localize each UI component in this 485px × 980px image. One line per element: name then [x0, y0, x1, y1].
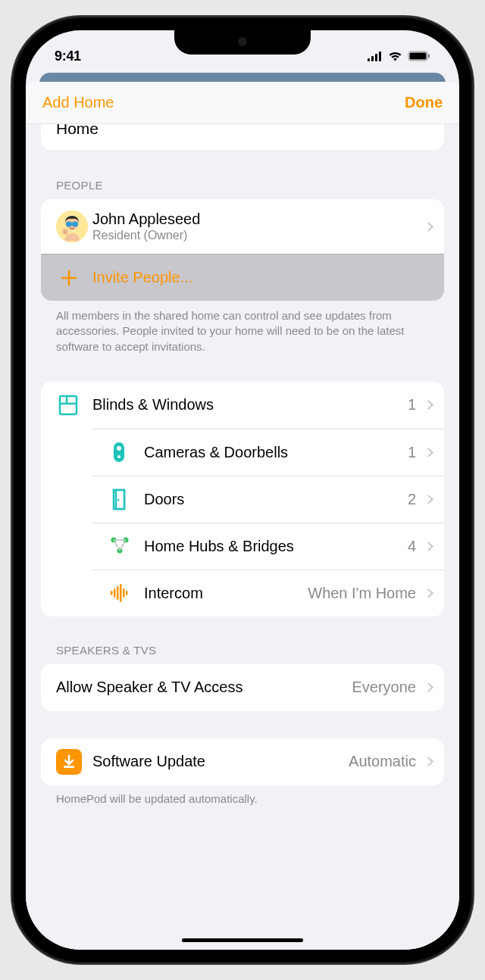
invite-people-row[interactable]: Invite People...: [41, 254, 444, 301]
intercom-row[interactable]: Intercom When I'm Home: [92, 570, 444, 616]
hub-icon: [108, 534, 144, 558]
speaker-access-row[interactable]: Allow Speaker & TV Access Everyone: [41, 664, 444, 711]
accessories-card: Blinds & Windows 1 Cameras & Doorbells 1: [41, 382, 444, 616]
phone-frame: 9:41 Add Home Done Home: [12, 17, 473, 963]
chevron-right-icon: [424, 588, 433, 598]
svg-rect-5: [410, 53, 427, 60]
doors-row[interactable]: Doors 2: [92, 476, 444, 523]
done-button[interactable]: Done: [405, 94, 443, 111]
speakers-header: SPEAKERS & TVS: [56, 644, 429, 657]
row-label: Software Update: [92, 753, 349, 770]
svg-rect-39: [64, 766, 74, 768]
blinds-icon: [56, 393, 92, 417]
people-footer: All members in the shared home can contr…: [56, 308, 429, 354]
person-row-owner[interactable]: John Appleseed Resident (Owner): [41, 199, 444, 254]
svg-rect-2: [375, 54, 377, 61]
svg-point-19: [117, 446, 121, 451]
svg-point-20: [117, 455, 120, 458]
person-name: John Appleseed: [92, 211, 422, 228]
software-footer: HomePod will be updated automatically.: [56, 791, 429, 807]
door-icon: [108, 487, 144, 511]
svg-rect-6: [428, 55, 430, 58]
status-time: 9:41: [55, 48, 81, 64]
svg-point-32: [122, 545, 124, 547]
svg-point-10: [72, 222, 78, 227]
svg-rect-33: [111, 591, 113, 595]
home-title: Home: [56, 124, 429, 138]
home-indicator[interactable]: [182, 938, 303, 942]
software-update-row[interactable]: Software Update Automatic: [41, 738, 444, 785]
download-icon: [56, 749, 82, 775]
software-card: Software Update Automatic: [41, 738, 444, 785]
svg-rect-37: [123, 588, 125, 598]
row-value: 4: [408, 538, 416, 555]
status-icons: [368, 51, 430, 61]
svg-point-9: [66, 222, 72, 227]
row-label: Doors: [144, 491, 408, 508]
chevron-right-icon: [424, 273, 433, 282]
chevron-right-icon: [424, 495, 433, 504]
svg-point-31: [116, 545, 118, 547]
camera-icon: [108, 440, 144, 464]
svg-rect-34: [114, 588, 116, 598]
avatar: [56, 211, 88, 242]
svg-rect-11: [71, 223, 73, 225]
svg-rect-15: [60, 396, 77, 414]
battery-icon: [408, 51, 430, 61]
blinds-windows-row[interactable]: Blinds & Windows 1: [41, 382, 444, 429]
chevron-right-icon: [424, 222, 433, 232]
content-scroll[interactable]: Home PEOPLE: [26, 124, 459, 950]
svg-rect-3: [379, 51, 381, 61]
home-card[interactable]: Home: [41, 124, 444, 150]
notch: [174, 30, 311, 55]
people-card: John Appleseed Resident (Owner) Invite: [41, 199, 444, 301]
hubs-bridges-row[interactable]: Home Hubs & Bridges 4: [92, 523, 444, 570]
phone-screen: 9:41 Add Home Done Home: [26, 30, 459, 950]
nav-bar: Add Home Done: [26, 82, 459, 124]
chevron-right-icon: [424, 400, 433, 410]
invite-label: Invite People...: [92, 269, 422, 286]
svg-point-30: [119, 539, 121, 541]
svg-rect-35: [117, 586, 119, 600]
svg-rect-22: [116, 490, 124, 509]
row-label: Home Hubs & Bridges: [144, 538, 408, 555]
row-label: Intercom: [144, 585, 308, 602]
plus-icon: [56, 265, 82, 291]
svg-point-12: [62, 229, 68, 235]
row-label: Blinds & Windows: [92, 396, 408, 414]
add-home-button[interactable]: Add Home: [42, 94, 114, 111]
speakers-card: Allow Speaker & TV Access Everyone: [41, 664, 444, 711]
chevron-right-icon: [424, 448, 433, 457]
person-role: Resident (Owner): [92, 229, 422, 242]
row-label: Cameras & Doorbells: [144, 444, 408, 461]
row-value: 2: [408, 491, 416, 508]
chevron-right-icon: [424, 757, 433, 766]
people-header: PEOPLE: [56, 179, 429, 192]
chevron-right-icon: [424, 682, 433, 692]
svg-rect-38: [126, 591, 128, 595]
settings-sheet: Add Home Done Home PEOPLE: [26, 82, 459, 950]
row-value: 1: [408, 444, 416, 461]
cellular-icon: [368, 51, 383, 61]
chevron-right-icon: [424, 541, 433, 551]
svg-rect-36: [120, 584, 122, 602]
row-value: Everyone: [352, 679, 417, 696]
row-value: 1: [408, 396, 416, 414]
wifi-icon: [388, 51, 402, 61]
row-value: When I'm Home: [308, 585, 416, 602]
intercom-icon: [108, 581, 144, 605]
cameras-doorbells-row[interactable]: Cameras & Doorbells 1: [92, 429, 444, 476]
row-value: Automatic: [349, 753, 416, 770]
svg-rect-1: [371, 56, 374, 61]
svg-rect-18: [114, 442, 124, 462]
svg-point-23: [117, 499, 120, 501]
svg-rect-0: [368, 58, 370, 61]
row-label: Allow Speaker & TV Access: [56, 679, 352, 696]
